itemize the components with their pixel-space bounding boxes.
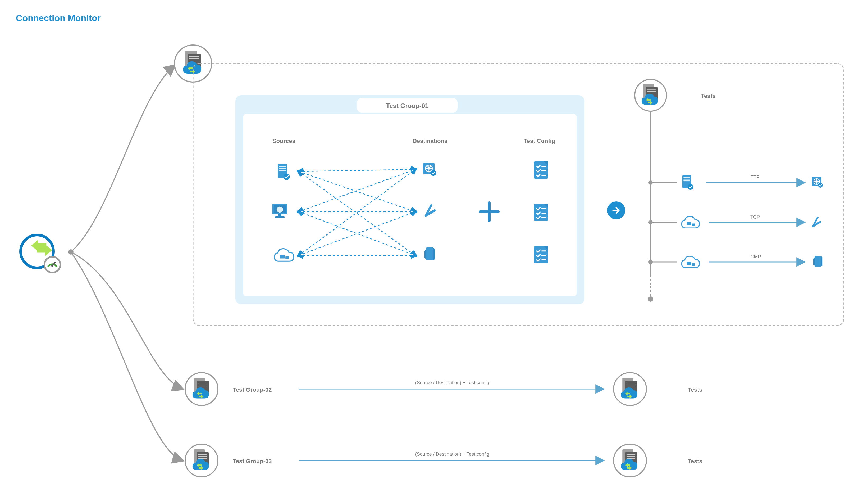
tests-header: Tests bbox=[701, 93, 716, 99]
page-title: Connection Monitor bbox=[16, 13, 101, 23]
test-row-icmp: ICMP bbox=[648, 254, 822, 268]
svg-point-47 bbox=[648, 296, 653, 302]
svg-point-36 bbox=[51, 265, 53, 267]
arrow-produces-tests bbox=[607, 201, 625, 220]
svg-point-52 bbox=[648, 220, 653, 224]
test-proto-1: TTP bbox=[750, 175, 760, 180]
test-row-ttp: TTP bbox=[648, 175, 823, 190]
test-group-03-row: Test Group-03 (Source / Destination) + T… bbox=[185, 444, 702, 477]
col-destinations: Destinations bbox=[413, 138, 448, 144]
group2-arrow-label: (Source / Destination) + Test config bbox=[415, 380, 489, 385]
curve-to-group2 bbox=[71, 252, 183, 389]
col-sources: Sources bbox=[272, 138, 295, 144]
test-row-tcp: TCP bbox=[648, 214, 822, 228]
group2-label: Test Group-02 bbox=[233, 386, 272, 393]
connection-monitor-diagram: Connection Monitor Test Group-01 So bbox=[0, 0, 868, 501]
test-proto-3: ICMP bbox=[749, 254, 761, 259]
test-proto-2: TCP bbox=[750, 214, 760, 220]
svg-point-49 bbox=[648, 181, 653, 185]
group3-tests: Tests bbox=[688, 458, 702, 465]
group3-label: Test Group-03 bbox=[233, 458, 272, 465]
tests-tree: Tests TTP TCP ICMP bbox=[635, 79, 823, 302]
testconfig-3-icon bbox=[534, 246, 548, 263]
testconfig-1-icon bbox=[534, 161, 548, 179]
network-watcher-icon bbox=[21, 235, 60, 273]
dest-url-icon bbox=[423, 163, 436, 176]
col-testconfig: Test Config bbox=[524, 138, 555, 144]
test-group-01-title: Test Group-01 bbox=[386, 102, 429, 109]
test-group-02-row: Test Group-02 (Source / Destination) + T… bbox=[185, 373, 702, 405]
svg-point-55 bbox=[648, 260, 653, 264]
group3-arrow-label: (Source / Destination) + Test config bbox=[415, 451, 489, 457]
testconfig-2-icon bbox=[534, 204, 548, 221]
test-group-01-panel: Test Group-01 Sources Destinations Test … bbox=[235, 95, 584, 305]
curve-to-group1 bbox=[71, 66, 175, 252]
group2-tests: Tests bbox=[688, 386, 702, 393]
curve-to-group3 bbox=[71, 252, 183, 460]
